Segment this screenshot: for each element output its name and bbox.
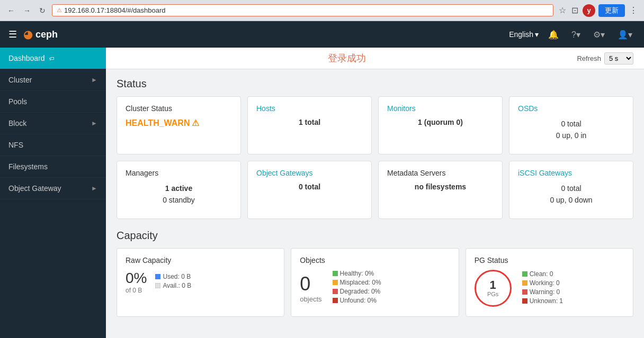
main-content: 登录成功 Refresh 5 s 10 s 30 s Status Cluste… xyxy=(106,48,644,338)
osds-total: 0 total xyxy=(518,118,624,130)
sidebar-item-left: NFS xyxy=(8,141,23,149)
sidebar-item-nfs[interactable]: NFS xyxy=(0,134,106,156)
pg-legend: Clean: 0 Working: 0 Warning: 0 xyxy=(522,270,563,306)
healthy-dot-icon xyxy=(333,271,338,276)
filesystems-label: Filesystems xyxy=(8,162,48,171)
object-gateways-title[interactable]: Object Gateways xyxy=(256,169,363,177)
raw-capacity-pct: 0% xyxy=(126,270,147,287)
pg-warning-row: Warning: 0 xyxy=(522,288,563,296)
misplaced-dot-icon xyxy=(333,280,338,285)
iscsi-gateways-title[interactable]: iSCSI Gateways xyxy=(518,169,624,177)
update-button[interactable]: 更新 xyxy=(598,4,625,17)
sidebar-item-left: Cluster xyxy=(8,76,32,84)
raw-capacity-legend: Used: 0 B Avail.: 0 B xyxy=(155,273,191,291)
osds-title[interactable]: OSDs xyxy=(518,104,624,113)
security-icon: ⚠ xyxy=(57,7,62,14)
monitors-card: Monitors 1 (quorum 0) xyxy=(378,96,503,154)
language-arrow: ▾ xyxy=(535,30,539,39)
objects-content: 0 objects Healthy: 0% Misplaced: 0% xyxy=(300,270,450,306)
sidebar-item-left: Filesystems xyxy=(8,162,48,171)
health-status: HEALTH_WARN ⚠ xyxy=(126,118,232,128)
iscsi-gateways-card: iSCSI Gateways 0 total 0 up, 0 down xyxy=(509,161,633,219)
raw-capacity-card: Raw Capacity 0% of 0 B Used: 0 B xyxy=(117,248,284,317)
avail-dot-icon xyxy=(155,283,160,288)
user-menu-button[interactable]: 👤▾ xyxy=(614,28,636,42)
url-text: 192.168.0.17:18804/#/dashboard xyxy=(64,6,166,14)
url-bar[interactable]: ⚠ 192.168.0.17:18804/#/dashboard xyxy=(52,4,553,16)
hamburger-menu[interactable]: ☰ xyxy=(8,29,17,40)
pg-clean-row: Clean: 0 xyxy=(522,270,563,278)
degraded-dot-icon xyxy=(333,289,338,294)
dashboard-header: 登录成功 Refresh 5 s 10 s 30 s xyxy=(106,48,644,69)
obj-misplaced-row: Misplaced: 0% xyxy=(333,279,381,286)
unknown-dot-icon xyxy=(522,298,527,304)
raw-capacity-title: Raw Capacity xyxy=(126,256,275,264)
cluster-status-title: Cluster Status xyxy=(126,104,232,113)
nfs-label: NFS xyxy=(8,141,23,149)
hosts-card: Hosts 1 total xyxy=(247,96,372,154)
iscsi-up-down: 0 up, 0 down xyxy=(518,194,624,206)
degraded-label: Degraded: 0% xyxy=(340,288,381,295)
obj-degraded-row: Degraded: 0% xyxy=(333,288,381,295)
refresh-select[interactable]: 5 s 10 s 30 s xyxy=(604,52,633,65)
pg-status-card: PG Status 1 PGs Clean: 0 xyxy=(466,248,633,317)
sidebar-item-pools[interactable]: Pools xyxy=(0,91,106,113)
working-label: Working: 0 xyxy=(530,279,560,287)
hosts-total: 1 total xyxy=(299,118,320,126)
objects-label: objects xyxy=(300,295,321,303)
bookmark-button[interactable]: ☆ xyxy=(558,4,567,16)
language-selector[interactable]: English ▾ xyxy=(509,30,539,39)
managers-title: Managers xyxy=(126,169,232,177)
object-gateways-total: 0 total xyxy=(299,182,320,191)
managers-values: 1 active 0 standby xyxy=(126,182,232,206)
healthy-label: Healthy: 0% xyxy=(340,270,374,277)
raw-capacity-content: 0% of 0 B Used: 0 B Avail.: 0 B xyxy=(126,270,275,294)
browser-user-avatar[interactable]: y xyxy=(583,4,595,17)
settings-button[interactable]: ⚙▾ xyxy=(590,28,608,42)
obj-unfound-row: Unfound: 0% xyxy=(333,297,381,304)
legend-avail: Avail.: 0 B xyxy=(155,282,191,289)
chevron-right-icon: ► xyxy=(91,120,97,127)
warning-label: Warning: 0 xyxy=(530,288,560,296)
capacity-section-title: Capacity xyxy=(117,230,633,242)
metadata-servers-card: Metadata Servers no filesystems xyxy=(378,161,503,219)
sidebar-item-cluster[interactable]: Cluster ► xyxy=(0,69,106,91)
osds-up-in: 0 up, 0 in xyxy=(518,130,624,141)
object-gateways-value: 0 total xyxy=(256,182,363,191)
pg-status-title: PG Status xyxy=(475,256,624,264)
dashboard-badge: 🏷 xyxy=(49,56,55,61)
sidebar-item-dashboard[interactable]: Dashboard 🏷 xyxy=(0,48,106,69)
objects-count-block: 0 objects xyxy=(300,273,321,303)
sidebar-item-object-gateway[interactable]: Object Gateway ► xyxy=(0,178,106,199)
forward-button[interactable]: → xyxy=(21,5,33,16)
used-label: Used: 0 B xyxy=(163,273,191,280)
sidebar-item-block[interactable]: Block ► xyxy=(0,113,106,134)
refresh-button[interactable]: ↻ xyxy=(37,5,48,16)
warning-dot-icon xyxy=(522,289,527,295)
monitors-value: 1 (quorum 0) xyxy=(387,118,494,126)
hosts-value: 1 total xyxy=(256,118,363,126)
more-options-button[interactable]: ⋮ xyxy=(628,4,639,16)
ceph-logo-text: ceph xyxy=(35,29,58,40)
monitors-total: 1 (quorum 0) xyxy=(418,118,463,126)
app-container: Dashboard 🏷 Cluster ► Pools Block ► NFS xyxy=(0,48,644,338)
working-dot-icon xyxy=(522,280,527,286)
extensions-button[interactable]: ⊡ xyxy=(570,4,579,16)
content-area: Status Cluster Status HEALTH_WARN ⚠ Host… xyxy=(106,69,644,325)
legend-used: Used: 0 B xyxy=(155,273,191,280)
monitors-title[interactable]: Monitors xyxy=(387,104,494,113)
notifications-button[interactable]: 🔔 xyxy=(545,28,562,42)
hosts-title[interactable]: Hosts xyxy=(256,104,363,113)
ceph-logo: ◕ ceph xyxy=(23,28,58,41)
top-navbar: ☰ ◕ ceph English ▾ 🔔 ?▾ ⚙▾ 👤▾ xyxy=(0,21,644,48)
capacity-grid: Raw Capacity 0% of 0 B Used: 0 B xyxy=(117,248,633,317)
help-button[interactable]: ?▾ xyxy=(568,28,584,42)
managers-card: Managers 1 active 0 standby xyxy=(117,161,241,219)
raw-capacity-pct-block: 0% of 0 B xyxy=(126,270,147,294)
used-dot-icon xyxy=(155,274,160,279)
sidebar: Dashboard 🏷 Cluster ► Pools Block ► NFS xyxy=(0,48,106,338)
sidebar-item-filesystems[interactable]: Filesystems xyxy=(0,156,106,178)
objects-title: Objects xyxy=(300,256,450,264)
health-warn-text: HEALTH_WARN xyxy=(126,118,190,128)
back-button[interactable]: ← xyxy=(5,5,17,16)
